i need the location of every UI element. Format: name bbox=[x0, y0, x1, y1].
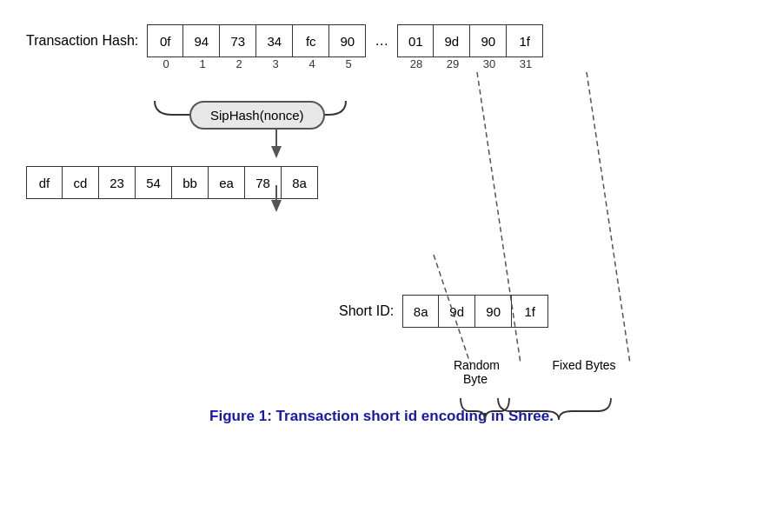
hash-byte-ea: ea bbox=[209, 166, 245, 199]
brace-labels-row: Random Byte Fixed Bytes bbox=[339, 358, 739, 386]
tx-bytes-left: 0f 94 73 34 fc 90 bbox=[147, 24, 366, 57]
short-id-byte-9d: 9d bbox=[439, 295, 475, 328]
fixed-bytes-spacer bbox=[497, 358, 532, 386]
hash-byte-23: 23 bbox=[99, 166, 136, 199]
tx-bytes-right: 01 9d 90 1f bbox=[397, 24, 543, 57]
idx-30: 30 bbox=[471, 57, 508, 70]
tx-hash-row: Transaction Hash: 0f 94 73 34 fc 90 … 01… bbox=[26, 24, 739, 57]
idx-29: 29 bbox=[435, 57, 471, 70]
siphash-label: SipHash(nonce) bbox=[210, 108, 304, 123]
short-id-byte-90: 90 bbox=[475, 295, 512, 328]
short-id-row: Short ID: 8a 9d 90 1f bbox=[339, 295, 739, 328]
hash-byte-bb: bb bbox=[172, 166, 209, 199]
idx-3: 3 bbox=[257, 57, 294, 70]
tx-byte-1: 94 bbox=[183, 24, 220, 57]
hash-byte-cd: cd bbox=[63, 166, 99, 199]
random-byte-spacer bbox=[417, 358, 454, 386]
tx-byte-3: 34 bbox=[256, 24, 293, 57]
idx-1: 1 bbox=[184, 57, 221, 70]
idx-0: 0 bbox=[148, 57, 184, 70]
siphash-area: SipHash(nonce) bbox=[26, 101, 739, 144]
tx-byte-0: 0f bbox=[147, 24, 183, 57]
hash-row: df cd 23 54 bb ea 78 8a bbox=[26, 166, 739, 199]
tx-byte-28: 01 bbox=[397, 24, 434, 57]
hash-byte-54: 54 bbox=[136, 166, 172, 199]
tx-byte-29: 9d bbox=[434, 24, 470, 57]
tx-byte-5: 90 bbox=[329, 24, 366, 57]
idx-2: 2 bbox=[221, 57, 257, 70]
tx-byte-30: 90 bbox=[470, 24, 507, 57]
tx-byte-2: 73 bbox=[220, 24, 256, 57]
tx-byte-4: fc bbox=[293, 24, 329, 57]
fixed-bytes-label: Fixed Bytes bbox=[532, 358, 636, 386]
random-byte-label: Random Byte bbox=[454, 358, 497, 386]
diagram-container: Transaction Hash: 0f 94 73 34 fc 90 … 01… bbox=[26, 24, 739, 386]
arrow-spacer bbox=[26, 144, 739, 166]
hash-byte-8a: 8a bbox=[282, 166, 318, 199]
idx-31: 31 bbox=[508, 57, 544, 70]
ellipsis: … bbox=[366, 24, 397, 57]
dashed-spacer bbox=[26, 199, 739, 295]
short-id-label-spacer bbox=[339, 358, 417, 386]
short-id-bytes: 8a 9d 90 1f bbox=[402, 295, 548, 328]
short-id-label: Short ID: bbox=[339, 303, 394, 319]
short-id-byte-1f: 1f bbox=[512, 295, 548, 328]
tx-byte-31: 1f bbox=[507, 24, 543, 57]
brace-spacer bbox=[26, 70, 739, 101]
figure-caption: Figure 1: Transaction short id encoding … bbox=[209, 408, 554, 424]
idx-5: 5 bbox=[330, 57, 367, 70]
hash-byte-df: df bbox=[26, 166, 63, 199]
hash-byte-78: 78 bbox=[245, 166, 282, 199]
short-id-byte-8a: 8a bbox=[402, 295, 439, 328]
index-row: 0 1 2 3 4 5 28 29 30 31 bbox=[148, 57, 739, 70]
tx-hash-label: Transaction Hash: bbox=[26, 33, 138, 49]
idx-4: 4 bbox=[294, 57, 330, 70]
hash-bytes: df cd 23 54 bb ea 78 8a bbox=[26, 166, 318, 199]
siphash-box: SipHash(nonce) bbox=[189, 101, 325, 130]
idx-28: 28 bbox=[398, 57, 435, 70]
